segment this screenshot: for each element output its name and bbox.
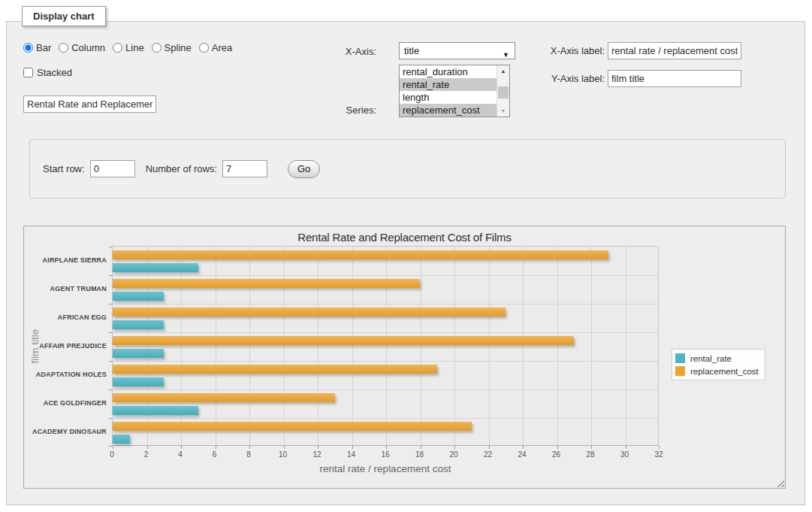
x-tick-label: 32 [654,450,663,459]
y-category-label: AFFAIR PREJUDICE [27,332,107,360]
stacked-checkbox[interactable] [23,68,33,77]
bar-rental_rate-1 [113,292,164,301]
legend-label: replacement_cost [690,367,759,376]
y-tick-mark [109,361,112,362]
chart-type-option-column[interactable]: Column [59,42,105,53]
series-option-rental_rate[interactable]: rental_rate [400,78,497,91]
series-list-label: Series: [309,105,376,116]
series-option-replacement_cost[interactable]: replacement_cost [400,104,497,117]
x-axis-select[interactable]: title ▼ [399,42,515,59]
listbox-scrollbar[interactable]: ▲ ▼ [497,65,509,117]
y-axis-label-label: Y-Axis label: [533,73,605,84]
chart-type-option-line[interactable]: Line [113,42,144,53]
y-tick-mark [109,332,112,333]
y-tick-mark [109,247,112,247]
resize-handle-icon[interactable] [775,478,784,487]
horizontal-gridline [113,389,658,390]
x-tick-mark [113,446,113,449]
series-options: rental_durationrental_ratelengthreplacem… [400,65,497,117]
chart-title-input[interactable] [23,95,156,113]
display-chart-panel: Display chart BarColumnLineSplineArea St… [6,21,805,505]
vertical-gridline [626,247,626,445]
y-category-label: ACE GOLDFINGER [27,389,107,417]
x-tick-label: 14 [347,450,355,459]
num-rows-label: Number of rows: [146,163,217,174]
chart-type-label: Spline [165,42,192,53]
y-tick-mark [109,446,112,447]
y-category-label: AGENT TRUMAN [27,274,107,303]
x-axis-selected-value: title [404,45,419,56]
x-tick-mark [181,446,182,449]
series-option-length[interactable]: length [400,91,497,104]
chart-type-label: Column [71,42,105,53]
chart-container: Rental Rate and Replacement Cost of Film… [23,226,786,489]
x-axis-label-input[interactable] [608,42,741,59]
bar-replacement_cost-3 [113,336,574,345]
x-axis-title: rental rate / replacement cost [112,463,659,474]
chart-type-option-spline[interactable]: Spline [152,42,192,53]
bar-rental_rate-5 [113,406,198,415]
x-tick-mark [626,446,626,449]
y-tick-mark [109,418,112,419]
x-tick-label: 20 [449,450,457,459]
scroll-up-icon[interactable]: ▲ [497,65,509,77]
x-tick-mark [489,446,490,449]
vertical-gridline [147,247,148,445]
chart-type-option-bar[interactable]: Bar [23,42,51,53]
scrollbar-thumb[interactable] [498,86,509,98]
x-tick-label: 0 [110,450,114,459]
vertical-gridline [421,247,421,445]
y-category-label: AIRPLANE SIERRA [27,246,107,274]
chart-type-radio-line[interactable] [113,43,122,53]
y-category-label: AFRICAN EGG [27,303,107,332]
y-axis-label-input[interactable] [608,70,741,87]
legend-swatch-icon [675,366,685,376]
x-tick-mark [386,446,387,449]
scroll-down-icon[interactable]: ▼ [497,105,509,117]
chart-type-label: Bar [36,42,51,53]
vertical-gridline [249,247,250,445]
chart-type-radio-spline[interactable] [152,43,161,53]
y-tick-mark [109,304,112,304]
start-row-input[interactable] [90,160,135,177]
chart-legend: rental_ratereplacement_cost [672,349,765,380]
y-category-labels: AIRPLANE SIERRAAGENT TRUMANAFRICAN EGGAF… [27,246,107,446]
x-tick-mark [318,446,318,449]
chart-type-radio-area[interactable] [199,43,209,53]
x-tick-label: 16 [381,450,389,459]
legend-label: rental_rate [690,354,732,363]
stacked-option[interactable]: Stacked [23,67,72,78]
x-tick-mark [352,446,353,449]
x-tick-label: 22 [484,450,492,459]
chart-type-radio-bar[interactable] [23,43,33,53]
bar-rental_rate-2 [113,320,164,329]
horizontal-gridline [113,418,658,419]
bar-replacement_cost-5 [113,393,335,402]
chart-type-radio-column[interactable] [59,43,68,53]
x-tick-mark [216,446,216,449]
x-tick-mark [249,446,250,449]
y-tick-mark [109,275,112,276]
vertical-gridline [181,247,182,445]
x-tick-label: 12 [312,450,321,459]
x-tick-label: 24 [518,450,526,459]
x-axis-label-label: X-Axis label: [533,45,605,56]
bar-replacement_cost-4 [113,365,437,374]
go-button[interactable]: Go [288,160,320,178]
x-tick-label: 28 [586,450,594,459]
x-tick-labels: 02468101214161820222426283032 [112,450,659,459]
series-option-rental_duration[interactable]: rental_duration [400,65,497,78]
num-rows-input[interactable] [222,160,267,177]
vertical-gridline [591,247,592,445]
series-listbox[interactable]: rental_durationrental_ratelengthreplacem… [399,65,510,117]
x-axis-select-label: X-Axis: [309,46,376,57]
x-tick-label: 8 [246,450,251,459]
bar-rental_rate-3 [113,349,164,358]
legend-swatch-icon [675,353,685,363]
row-range-panel: Start row: Number of rows: Go [29,139,786,198]
x-tick-mark [421,446,421,449]
plot-area [112,246,659,446]
bar-replacement_cost-2 [113,308,506,317]
stacked-label: Stacked [37,67,72,78]
chart-type-option-area[interactable]: Area [199,42,232,53]
